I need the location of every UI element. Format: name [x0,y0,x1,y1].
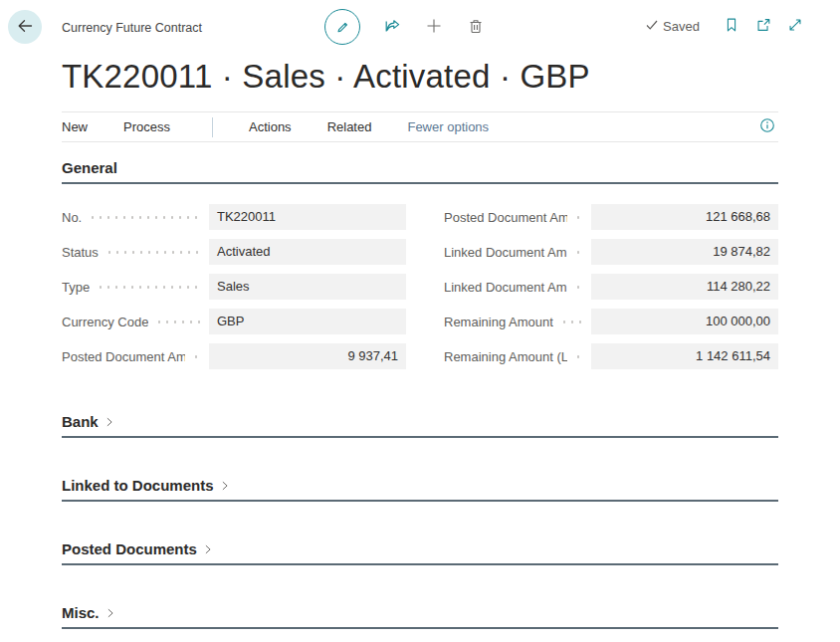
linked-document-amount-field[interactable]: 19 874,82 [591,239,778,265]
linked-document-amount-lcy-label: Linked Document Am... [444,280,567,295]
section-posted-documents-label: Posted Documents [62,539,197,558]
trash-icon [466,16,486,39]
section-misc[interactable]: Misc. [62,603,778,629]
field-row: No. TK220011 [62,204,406,230]
menu-bar: New Process Actions Related Fewer option… [62,111,778,142]
share-icon [382,16,402,39]
section-linked-to-documents-label: Linked to Documents [62,476,214,495]
chevron-right-icon [201,542,215,556]
dotted-leader [574,355,582,358]
dotted-leader [574,216,582,219]
dotted-leader [560,321,582,323]
field-row: Remaining Amount (L... 1 142 611,54 [444,343,778,369]
dotted-leader [155,321,200,323]
currency-future-contract-card: Currency Future Contract [0,0,840,642]
currency-code-label: Currency Code [62,315,148,329]
expand-diagonal-icon [786,16,804,37]
share-button[interactable] [382,16,402,39]
menu-item-actions[interactable]: Actions [249,119,292,134]
chevron-right-icon [104,606,117,620]
dotted-leader [574,251,582,254]
field-row: Posted Document Am... 9 937,41 [62,343,406,369]
field-row: Status Activated [62,239,406,265]
remaining-amount-label: Remaining Amount [444,315,553,329]
bookmark-icon [723,16,740,37]
posted-document-amount-label: Posted Document Am... [62,349,185,364]
dotted-leader [97,286,200,289]
remaining-amount-field[interactable]: 100 000,00 [591,309,778,334]
page-title: TK220011 · Sales · Activated · GBP [62,58,778,96]
topbar: Currency Future Contract [0,0,840,54]
field-row: Linked Document Am... 114 280,22 [444,274,778,300]
page-context-label: Currency Future Contract [62,21,202,35]
new-button[interactable] [424,16,444,39]
dotted-leader [192,355,200,358]
dotted-leader [574,286,582,289]
type-label: Type [62,280,90,295]
field-row: Posted Document Am... 121 668,68 [444,204,778,230]
save-status: Saved [645,18,700,35]
dotted-leader [89,216,200,219]
plus-icon [424,16,444,39]
card-content: TK220011 · Sales · Activated · GBP New P… [62,58,778,629]
posted-document-amount-lcy-label: Posted Document Am... [444,210,567,225]
status-label: Status [62,245,99,260]
card-action-bar [324,9,486,45]
section-bank-label: Bank [62,412,99,431]
menu-item-new[interactable]: New [62,119,88,134]
edit-button[interactable] [324,9,360,45]
back-button[interactable] [8,10,42,44]
fields-right-column: Posted Document Am... 121 668,68 Linked … [444,204,778,369]
no-field[interactable]: TK220011 [209,204,406,230]
section-bank[interactable]: Bank [62,412,778,438]
menu-item-related[interactable]: Related [327,119,372,134]
check-icon [645,18,659,35]
field-row: Currency Code GBP [62,309,406,334]
linked-document-amount-lcy-field[interactable]: 114 280,22 [591,274,778,300]
linked-document-amount-label: Linked Document Am... [444,245,567,260]
section-misc-label: Misc. [62,603,100,622]
field-row: Remaining Amount 100 000,00 [444,309,778,334]
general-section-heading[interactable]: General [62,159,778,184]
menu-item-process[interactable]: Process [123,119,170,134]
status-field[interactable]: Activated [209,239,406,265]
chevron-right-icon [218,479,232,493]
no-label: No. [62,210,82,225]
open-in-new-window-icon [754,16,772,37]
chevron-right-icon [103,415,116,429]
remaining-amount-lcy-label: Remaining Amount (L... [444,349,567,364]
posted-document-amount-field[interactable]: 9 937,41 [209,343,406,369]
pencil-icon [333,17,351,38]
posted-document-amount-lcy-field[interactable]: 121 668,68 [591,204,778,230]
dotted-leader [105,251,200,254]
field-row: Linked Document Am... 19 874,82 [444,239,778,265]
section-linked-to-documents[interactable]: Linked to Documents [62,476,778,502]
remaining-amount-lcy-field[interactable]: 1 142 611,54 [591,343,778,369]
expand-button[interactable] [786,16,804,37]
menu-divider [212,117,213,137]
fields-left-column: No. TK220011 Status Activated Type Sales… [62,204,406,369]
section-posted-documents[interactable]: Posted Documents [62,539,778,565]
info-icon [758,116,776,137]
currency-code-field[interactable]: GBP [209,309,406,334]
window-action-bar [723,16,804,37]
back-arrow-icon [15,16,35,39]
delete-button[interactable] [466,16,486,39]
menu-item-fewer-options[interactable]: Fewer options [407,119,489,134]
info-button[interactable] [758,116,776,137]
type-field[interactable]: Sales [209,274,406,300]
open-in-new-window-button[interactable] [754,16,772,37]
field-row: Type Sales [62,274,406,300]
save-status-label: Saved [663,19,700,34]
bookmark-button[interactable] [723,16,740,37]
general-fields: No. TK220011 Status Activated Type Sales… [62,204,778,369]
